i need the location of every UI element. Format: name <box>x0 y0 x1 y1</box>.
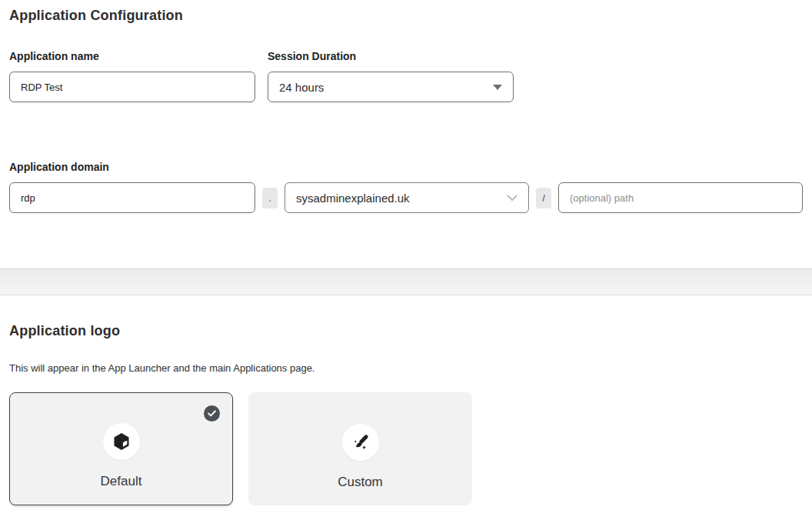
paintbrush-icon <box>342 424 379 461</box>
selected-check-icon <box>204 405 220 422</box>
path-input[interactable] <box>558 182 803 213</box>
field-session-duration: Session Duration 24 hours <box>268 50 514 102</box>
application-domain-label: Application domain <box>9 161 803 173</box>
cube-icon <box>103 423 140 460</box>
caret-down-icon <box>493 85 502 90</box>
logo-option-default[interactable]: Default <box>9 392 233 505</box>
session-duration-label: Session Duration <box>268 50 514 62</box>
section-application-logo: Application logo This will appear in the… <box>0 323 812 505</box>
application-name-input[interactable] <box>9 72 255 102</box>
logo-option-label: Custom <box>338 475 383 490</box>
application-name-label: Application name <box>9 50 255 62</box>
section-application-configuration: Application Configuration Application na… <box>0 0 812 213</box>
logo-option-label: Default <box>101 474 142 489</box>
domain-select-value: sysadminexplained.uk <box>296 192 410 205</box>
application-domain-row: . sysadminexplained.uk / <box>9 182 803 213</box>
logo-options-row: Default Custom <box>9 392 803 505</box>
application-configuration-page: Application Configuration Application na… <box>0 0 812 505</box>
field-application-domain: Application domain . sysadminexplained.u… <box>9 161 803 213</box>
subdomain-input[interactable] <box>9 182 255 213</box>
dot-separator: . <box>262 188 278 208</box>
name-duration-row: Application name Session Duration 24 hou… <box>9 50 803 102</box>
domain-select[interactable]: sysadminexplained.uk <box>285 182 529 213</box>
session-duration-value: 24 hours <box>279 81 324 94</box>
section-divider-band <box>0 268 812 295</box>
logo-option-custom[interactable]: Custom <box>248 392 472 505</box>
logo-section-title: Application logo <box>9 323 803 339</box>
chevron-down-icon <box>507 191 517 205</box>
page-title: Application Configuration <box>9 8 803 24</box>
session-duration-select[interactable]: 24 hours <box>268 72 514 102</box>
slash-separator: / <box>536 188 551 208</box>
field-application-name: Application name <box>9 50 255 102</box>
logo-hint-text: This will appear in the App Launcher and… <box>9 362 803 374</box>
